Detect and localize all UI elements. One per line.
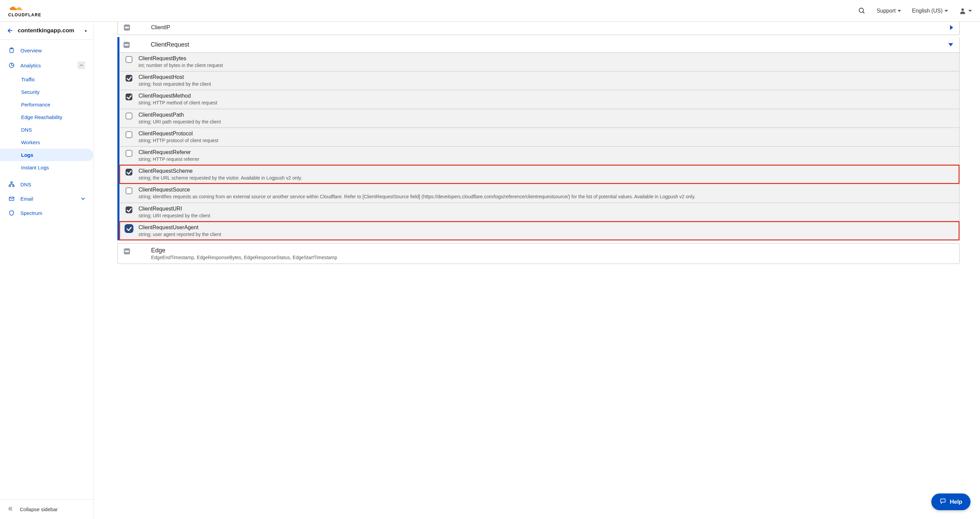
caret-down-icon xyxy=(969,10,972,12)
chevron-down-icon xyxy=(81,196,85,202)
collapse-toggle[interactable] xyxy=(78,62,85,69)
field-name: ClientRequestHost xyxy=(138,74,211,80)
field-name: ClientRequestMethod xyxy=(138,93,218,99)
field-row: ClientRequestUserAgentstring; user agent… xyxy=(119,221,959,240)
field-name: ClientRequestSource xyxy=(138,187,695,193)
field-text: ClientRequestSchemestring; the URL schem… xyxy=(138,168,302,181)
field-checkbox[interactable] xyxy=(126,225,132,232)
sidebar-sub-dns[interactable]: DNS xyxy=(0,124,93,136)
field-row: ClientRequestURIstring; URI requested by… xyxy=(119,203,959,221)
field-text: ClientRequestBytesint; number of bytes i… xyxy=(138,56,223,68)
sidebar-sub-traffic[interactable]: Traffic xyxy=(0,73,93,86)
main-content: ClientIP ClientRequest ClientRequestByte… xyxy=(94,22,980,519)
field-checkbox[interactable] xyxy=(126,150,132,157)
field-checkbox[interactable] xyxy=(126,131,132,138)
user-menu[interactable] xyxy=(959,7,972,14)
field-name: ClientRequestProtocol xyxy=(138,130,218,137)
sidebar-item-spectrum[interactable]: Spectrum xyxy=(0,206,93,220)
sidebar-sub-workers[interactable]: Workers xyxy=(0,136,93,149)
field-row: ClientRequestSchemestring; the URL schem… xyxy=(119,165,959,184)
sidebar-label: DNS xyxy=(21,182,31,187)
field-checkbox[interactable] xyxy=(126,187,132,194)
brand-text: CLOUDFLARE xyxy=(8,13,41,17)
field-checkbox[interactable] xyxy=(126,113,132,119)
header-right: Support English (US) xyxy=(858,7,972,14)
field-text: ClientRequestProtocolstring; HTTP protoc… xyxy=(138,130,218,143)
sidebar-item-email[interactable]: Email xyxy=(0,192,93,206)
field-desc: string; user agent reported by the clien… xyxy=(138,231,221,237)
field-desc: string; the URL scheme requested by the … xyxy=(138,175,302,181)
collapse-label: Collapse sidebar xyxy=(20,506,58,512)
sidebar-nav: Overview Analytics Traffic Security P xyxy=(0,40,93,499)
support-menu[interactable]: Support xyxy=(877,8,901,14)
indeterminate-checkbox-icon[interactable] xyxy=(124,24,130,31)
field-desc: string; URI path requested by the client xyxy=(138,119,221,125)
support-label: Support xyxy=(877,8,896,14)
field-desc: string; HTTP method of client request xyxy=(138,100,218,106)
pie-chart-icon xyxy=(8,62,15,68)
sidebar-item-dns[interactable]: DNS xyxy=(0,177,93,192)
sidebar-sub-performance[interactable]: Performance xyxy=(0,98,93,111)
indeterminate-checkbox-icon[interactable] xyxy=(124,42,130,48)
field-desc: string; identifies requests as coming fr… xyxy=(138,194,695,200)
field-checkbox[interactable] xyxy=(126,169,132,176)
help-button[interactable]: Help xyxy=(931,494,970,510)
domain-selector[interactable]: contentkingapp.com ▸ xyxy=(0,22,93,40)
expand-triangle-icon[interactable] xyxy=(950,25,953,30)
sidebar-sub-edge-reachability[interactable]: Edge Reachability xyxy=(0,111,93,124)
sidebar-item-analytics[interactable]: Analytics xyxy=(0,57,93,73)
field-text: ClientRequestRefererstring; HTTP request… xyxy=(138,149,199,162)
field-name: ClientRequestScheme xyxy=(138,168,302,174)
field-row: ClientRequestSourcestring; identifies re… xyxy=(119,184,959,202)
field-checkbox[interactable] xyxy=(126,206,132,213)
field-group-clientrequest: ClientRequest ClientRequestBytesint; num… xyxy=(118,37,959,240)
field-row: ClientRequestHoststring; host requested … xyxy=(119,71,959,90)
sidebar-label: Email xyxy=(21,196,33,202)
caret-down-icon xyxy=(898,10,901,12)
field-checkbox[interactable] xyxy=(126,56,132,63)
field-desc: string; HTTP request referrer xyxy=(138,156,199,162)
sidebar-item-overview[interactable]: Overview xyxy=(0,43,93,57)
field-text: ClientRequestSourcestring; identifies re… xyxy=(138,187,695,200)
field-list: ClientRequestBytesint; number of bytes i… xyxy=(119,52,959,240)
svg-rect-8 xyxy=(13,186,14,187)
chat-icon xyxy=(940,498,946,506)
field-group-edge-collapsed[interactable]: Edge EdgeEndTimestamp, EdgeResponseBytes… xyxy=(118,243,959,264)
edge-subtitle: EdgeEndTimestamp, EdgeResponseBytes, Edg… xyxy=(151,255,337,260)
field-name: ClientRequestBytes xyxy=(138,56,223,62)
language-menu[interactable]: English (US) xyxy=(912,8,948,14)
group-header-clientrequest[interactable]: ClientRequest xyxy=(119,37,959,52)
search-icon[interactable] xyxy=(858,7,865,14)
field-text: ClientRequestURIstring; URI requested by… xyxy=(138,206,210,219)
field-name: ClientRequestPath xyxy=(138,112,221,118)
field-name: ClientRequestReferer xyxy=(138,149,199,156)
field-text: ClientRequestHoststring; host requested … xyxy=(138,74,211,87)
user-icon xyxy=(959,7,966,14)
domain-name: contentkingapp.com xyxy=(18,27,80,34)
collapse-sidebar[interactable]: Collapse sidebar xyxy=(0,499,93,519)
collapse-triangle-icon[interactable] xyxy=(948,43,953,46)
svg-line-1 xyxy=(863,11,865,13)
field-group-clientip-collapsed[interactable]: ClientIP xyxy=(118,22,959,35)
indeterminate-checkbox-icon[interactable] xyxy=(124,248,130,254)
field-desc: string; host requested by the client xyxy=(138,81,211,87)
sidebar-sub-logs[interactable]: Logs xyxy=(0,149,93,161)
field-row: ClientRequestPathstring; URI path reques… xyxy=(119,109,959,127)
sidebar-label: Overview xyxy=(21,48,42,53)
field-row: ClientRequestBytesint; number of bytes i… xyxy=(119,52,959,71)
sitemap-icon xyxy=(8,181,15,187)
field-desc: string; URI requested by the client xyxy=(138,213,210,219)
cloudflare-logo[interactable]: CLOUDFLARE xyxy=(8,5,41,17)
help-label: Help xyxy=(950,498,962,505)
shield-icon xyxy=(8,210,15,216)
field-row: ClientRequestMethodstring; HTTP method o… xyxy=(119,90,959,108)
svg-point-0 xyxy=(859,8,864,12)
back-arrow-icon[interactable] xyxy=(6,27,13,34)
field-checkbox[interactable] xyxy=(126,75,132,82)
sidebar-sub-instant-logs[interactable]: Instant Logs xyxy=(0,161,93,174)
sidebar-sub-security[interactable]: Security xyxy=(0,86,93,98)
top-header: CLOUDFLARE Support English (US) xyxy=(0,0,980,22)
field-text: ClientRequestMethodstring; HTTP method o… xyxy=(138,93,218,106)
svg-point-2 xyxy=(961,8,964,11)
field-checkbox[interactable] xyxy=(126,94,132,100)
